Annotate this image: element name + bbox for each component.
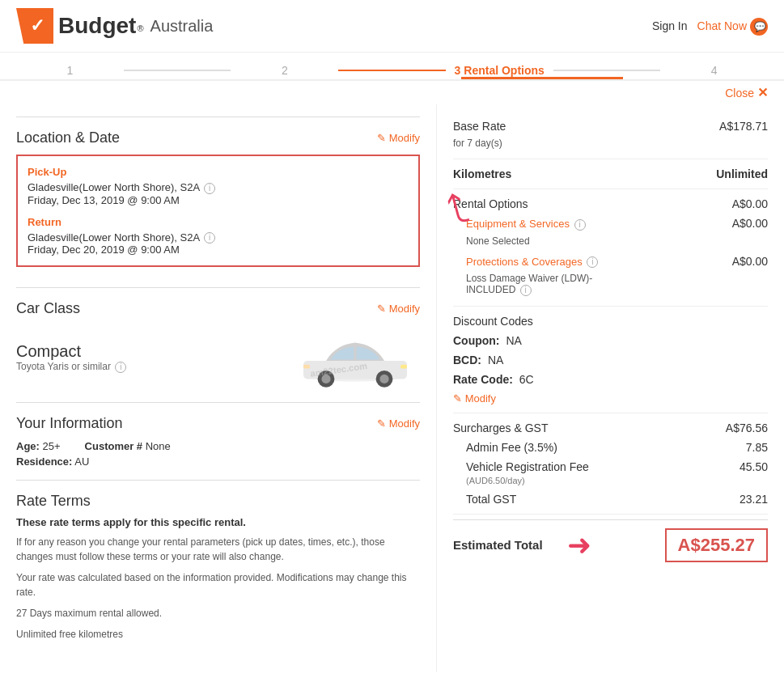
- car-info-icon[interactable]: i: [115, 362, 126, 373]
- protections-label: Protections & Coverages i: [466, 256, 598, 269]
- steps-bar: 1 2 3 Rental Options 4: [0, 53, 784, 81]
- car-info-row: Compact Toyota Yaris or similar i: [16, 325, 420, 390]
- car-class-modify-button[interactable]: ✎ Modify: [377, 303, 420, 315]
- ldw-included-text: INCLUDED: [466, 284, 515, 295]
- discount-pencil-icon: ✎: [453, 392, 462, 405]
- close-row: Close ✕: [0, 81, 784, 104]
- logo-text: Budget: [58, 13, 136, 39]
- ldw-text: Loss Damage Waiver (LDW)- INCLUDED i: [453, 271, 768, 301]
- coupon-label-text: Coupon:: [453, 334, 500, 347]
- protections-row: Protections & Coverages i A$0.00: [453, 252, 768, 272]
- rental-options-value: A$0.00: [732, 197, 768, 210]
- bcd-label-text: BCD:: [453, 354, 481, 366]
- logo-country: Australia: [150, 17, 214, 36]
- none-selected: None Selected: [453, 234, 768, 252]
- vehicle-reg-value: 45.50: [740, 460, 768, 473]
- vehicle-reg-label-text: Vehicle Registration Fee: [466, 460, 589, 473]
- rental-options-row: Rental Options A$0.00: [453, 194, 768, 214]
- step-3-label: 3 Rental Options: [455, 64, 545, 77]
- step-4-label: 4: [711, 64, 718, 77]
- rate-para-3: 27 Days maximum rental allowed.: [16, 606, 420, 621]
- residence-item: Residence: AU: [16, 455, 420, 468]
- total-gst-value: 23.21: [740, 493, 768, 506]
- svg-rect-7: [303, 365, 310, 369]
- return-location: Gladesville(Lower North Shore), S2A i: [28, 231, 409, 244]
- return-location-text: Gladesville(Lower North Shore), S2A: [28, 231, 199, 244]
- sign-in-link[interactable]: Sign In: [652, 19, 688, 32]
- info-modify-label: Modify: [389, 417, 420, 430]
- location-title: Location & Date: [16, 129, 120, 146]
- your-info-section: Your Information ✎ Modify Age: 25+ Custo…: [16, 402, 420, 480]
- kilometres-row: Kilometres Unlimited: [453, 164, 768, 184]
- rate-code-label-text: Rate Code:: [453, 373, 513, 386]
- protections-value: A$0.00: [732, 255, 768, 268]
- protections-info-icon[interactable]: i: [587, 256, 598, 268]
- close-button[interactable]: Close ✕: [725, 85, 768, 100]
- surcharges-label: Surcharges & GST: [453, 422, 549, 434]
- rate-para-2: Your rate was calculated based on the in…: [16, 570, 420, 599]
- your-info-title: Your Information: [16, 415, 122, 432]
- step-connector-2: [338, 70, 446, 71]
- svg-point-5: [379, 375, 388, 383]
- estimated-label: Estimated Total: [453, 538, 543, 552]
- base-rate-label: Base Rate: [453, 120, 506, 133]
- discount-modify-label: Modify: [465, 392, 496, 405]
- rate-bold-text: These rate terms apply for this specific…: [16, 516, 420, 528]
- kilometres-label: Kilometres: [453, 167, 511, 180]
- chat-now-label: Chat Now: [697, 19, 747, 32]
- step-3: 3 Rental Options: [446, 64, 553, 77]
- header: ✓ Budget ® Australia Sign In Chat Now 💬: [0, 0, 784, 53]
- location-section: Location & Date ✎ Modify Pick-Up Gladesv…: [16, 116, 420, 287]
- step-connector-3: [553, 70, 661, 71]
- car-class-title: Car Class: [16, 300, 80, 317]
- equipment-info-icon[interactable]: i: [574, 219, 586, 231]
- close-label: Close: [725, 87, 754, 100]
- step-4: 4: [660, 64, 768, 77]
- vehicle-reg-sub: (AUD6.50/day): [466, 476, 525, 485]
- location-modify-button[interactable]: ✎ Modify: [377, 132, 420, 144]
- info-pencil-icon: ✎: [377, 417, 386, 430]
- return-date: Friday, Dec 20, 2019 @ 9:00 AM: [28, 244, 409, 256]
- rate-para-1: If for any reason you change your rental…: [16, 535, 420, 564]
- ldw-main-text: Loss Damage Waiver (LDW)-: [466, 273, 592, 284]
- step-2-label: 2: [282, 64, 288, 77]
- car-sub: Toyota Yaris or similar i: [16, 361, 126, 373]
- info-modify-button[interactable]: ✎ Modify: [377, 417, 420, 430]
- admin-fee-label: Admin Fee (3.5%): [466, 441, 557, 454]
- bcd-row: BCD: NA: [453, 350, 768, 370]
- pickup-location: Gladesville(Lower North Shore), S2A i: [28, 181, 409, 194]
- ldw-info-icon[interactable]: i: [520, 285, 532, 296]
- svg-rect-6: [400, 365, 407, 369]
- equipment-label: Equipment & Services i: [466, 218, 586, 231]
- surcharges-row: Surcharges & GST A$76.56: [453, 418, 768, 438]
- return-info-icon[interactable]: i: [204, 232, 215, 244]
- discount-modify-link[interactable]: ✎ Modify: [453, 392, 496, 405]
- kilometres-value: Unlimited: [716, 167, 768, 180]
- rate-terms-title: Rate Terms: [16, 493, 420, 510]
- discount-codes-label: Discount Codes: [453, 315, 533, 328]
- bcd-value: NA: [488, 354, 503, 366]
- coupon-value: NA: [506, 334, 521, 347]
- age-label: Age:: [16, 440, 40, 452]
- base-rate-value: A$178.71: [719, 120, 768, 133]
- age-value: 25+: [43, 440, 61, 452]
- rate-code-label: Rate Code: 6C: [453, 373, 534, 386]
- admin-fee-value: 7.85: [746, 441, 768, 454]
- car-sub-text: Toyota Yaris or similar: [16, 361, 111, 372]
- pickup-date: Friday, Dec 13, 2019 @ 9:00 AM: [28, 194, 409, 206]
- chat-bubble-icon: 💬: [750, 18, 768, 36]
- admin-fee-row: Admin Fee (3.5%) 7.85: [453, 438, 768, 457]
- header-right: Sign In Chat Now 💬: [652, 17, 768, 35]
- step-connector-1: [124, 70, 231, 71]
- logo-area: ✓ Budget ® Australia: [16, 8, 213, 44]
- chat-now-link[interactable]: Chat Now 💬: [697, 17, 768, 35]
- return-label: Return: [28, 216, 409, 228]
- car-pencil-icon: ✎: [377, 303, 386, 315]
- car-class-section: Car Class ✎ Modify Compact Toyota Yaris …: [16, 287, 420, 402]
- coupon-row: Coupon: NA: [453, 331, 768, 350]
- customer-label: Customer #: [85, 440, 143, 452]
- estimated-value: A$255.27: [665, 528, 768, 562]
- base-rate-row: Base Rate A$178.71: [453, 116, 768, 136]
- vehicle-reg-label: Vehicle Registration Fee (AUD6.50/day): [466, 460, 589, 486]
- pickup-info-icon[interactable]: i: [204, 183, 215, 194]
